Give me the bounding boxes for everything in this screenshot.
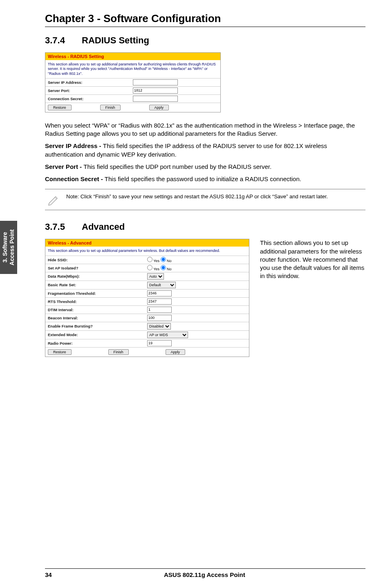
row-basic-rate: Basic Rate Set: Default	[45, 281, 249, 289]
row-data-rate: Data Rate(Mbps): Auto	[45, 272, 249, 281]
shot-button-row: Restore Finish Apply	[45, 103, 220, 112]
section-name: RADIUS Setting	[82, 35, 149, 45]
row-connection-secret: Connection Secret:	[45, 94, 220, 103]
para-server-port: Server Port - This field specifies the U…	[45, 163, 365, 171]
apply-button[interactable]: Apply	[149, 105, 169, 110]
label-server-ip: Server IP Address:	[48, 80, 133, 85]
radio-hide-ssid-no[interactable]	[161, 257, 166, 262]
input-rts[interactable]	[147, 298, 172, 305]
input-beacon[interactable]	[147, 315, 172, 321]
shot-desc: This section allows you to set up additi…	[45, 247, 249, 255]
section-num: 3.7.4	[45, 35, 82, 46]
radio-hide-ssid-yes[interactable]	[147, 257, 152, 262]
input-connection-secret[interactable]	[133, 96, 178, 102]
restore-button[interactable]: Restore	[48, 349, 72, 355]
radio-ap-isolated-yes[interactable]	[147, 265, 152, 270]
row-dtim: DTIM Interval:	[45, 305, 249, 314]
shot-button-row: Restore Finish Apply	[45, 347, 249, 357]
row-fragmentation: Fragmentation Threshold:	[45, 289, 249, 297]
select-extended-mode[interactable]: AP or WDS	[147, 332, 188, 338]
row-hide-ssid: Hide SSID: Yes No	[45, 256, 249, 264]
page-number: 34	[45, 571, 52, 578]
label-connection-secret: Connection Secret:	[48, 97, 133, 101]
input-server-port[interactable]	[133, 88, 178, 94]
page-content: Chapter 3 - Software Configuration 3.7.4…	[0, 0, 390, 366]
label-dtim: DTIM Interval:	[48, 307, 147, 312]
shot-desc: This section allows you to set up additi…	[45, 60, 220, 78]
radio-ap-isolated-no[interactable]	[161, 265, 166, 270]
para-connection-secret: Connection Secret - This field specifies…	[45, 175, 365, 183]
input-server-ip[interactable]	[133, 79, 178, 85]
label-basic-rate: Basic Rate Set:	[48, 283, 147, 287]
row-rts: RTS Threshold:	[45, 297, 249, 305]
footer-product: ASUS 802.11g Access Point	[52, 571, 357, 578]
section-375-title: 3.7.5Advanced	[45, 222, 365, 232]
input-radio-power[interactable]	[147, 340, 172, 346]
section-num: 3.7.5	[45, 222, 82, 232]
shot-header: Wireless - Advanced	[45, 239, 249, 247]
label-rts: RTS Threshold:	[48, 299, 147, 304]
chapter-title: Chapter 3 - Software Configuration	[45, 12, 365, 25]
label-data-rate: Data Rate(Mbps):	[48, 274, 147, 278]
finish-button[interactable]: Finish	[108, 349, 129, 355]
section-374-title: 3.7.4RADIUS Setting	[45, 35, 365, 46]
row-server-ip: Server IP Address:	[45, 78, 220, 86]
apply-button[interactable]: Apply	[166, 349, 186, 355]
pencil-icon	[47, 193, 61, 206]
shot-header: Wireless - RADIUS Setting	[45, 53, 220, 60]
sidebar-tab: 3. SoftwareAccess Point	[0, 221, 17, 274]
footer-rule	[45, 568, 365, 569]
para-intro: When you select “WPA” or “Radius with 80…	[45, 121, 365, 138]
select-data-rate[interactable]: Auto	[147, 273, 164, 280]
label-beacon: Beacon Interval:	[48, 316, 147, 320]
radius-setting-screenshot: Wireless - RADIUS Setting This section a…	[45, 52, 221, 112]
note-box: Note: Click “Finish” to save your new se…	[45, 189, 365, 210]
row-extended-mode: Extended Mode: AP or WDS	[45, 330, 249, 339]
select-basic-rate[interactable]: Default	[147, 282, 176, 288]
note-text: Note: Click “Finish” to save your new se…	[66, 193, 328, 200]
row-ap-isolated: Set AP Isolated? Yes No	[45, 264, 249, 272]
advanced-screenshot: Wireless - Advanced This section allows …	[45, 239, 249, 357]
page-footer: 34 ASUS 802.11g Access Point	[0, 568, 390, 578]
row-frame-bursting: Enable Frame Bursting? Disabled	[45, 322, 249, 330]
select-frame-bursting[interactable]: Disabled	[147, 323, 171, 330]
input-fragmentation[interactable]	[147, 290, 172, 296]
label-radio-power: Radio Power:	[48, 341, 147, 346]
section-name: Advanced	[82, 222, 125, 232]
chapter-rule	[45, 27, 365, 27]
input-dtim[interactable]	[147, 307, 172, 313]
label-hide-ssid: Hide SSID:	[48, 258, 147, 262]
row-beacon: Beacon Interval:	[45, 314, 249, 322]
para-server-ip: Server IP Address - This field specifies…	[45, 142, 365, 159]
label-server-port: Server Port:	[48, 88, 133, 93]
label-frame-bursting: Enable Frame Bursting?	[48, 324, 147, 328]
label-fragmentation: Fragmentation Threshold:	[48, 291, 147, 296]
row-radio-power: Radio Power:	[45, 339, 249, 347]
sidebar-tab-text: 3. SoftwareAccess Point	[2, 229, 16, 265]
label-extended-mode: Extended Mode:	[48, 332, 147, 337]
restore-button[interactable]: Restore	[48, 105, 72, 110]
advanced-wrap: Wireless - Advanced This section allows …	[45, 239, 365, 366]
finish-button[interactable]: Finish	[100, 105, 121, 110]
row-server-port: Server Port:	[45, 86, 220, 94]
advanced-side-text: This section allows you to set up additi…	[260, 239, 365, 280]
label-ap-isolated: Set AP Isolated?	[48, 266, 147, 270]
